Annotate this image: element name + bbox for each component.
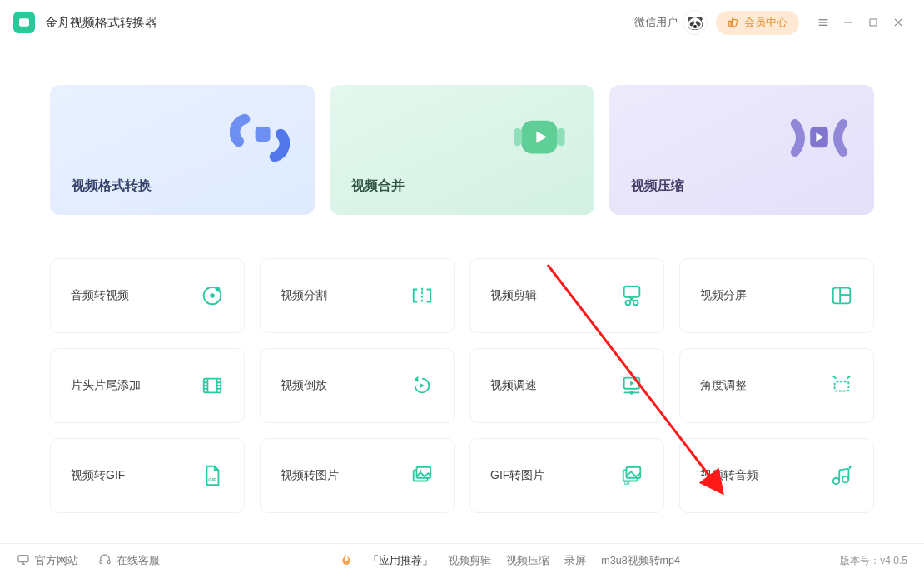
rewind-icon	[410, 374, 434, 397]
tool-label: 音频转视频	[71, 288, 129, 303]
compress-icon	[789, 112, 849, 163]
svg-rect-6	[870, 19, 877, 26]
tool-card-video-edit[interactable]: 视频剪辑	[469, 258, 664, 333]
app-title: 金舟视频格式转换器	[45, 15, 157, 31]
music-icon	[830, 464, 853, 487]
promo-item[interactable]: m3u8视频转mp4	[601, 554, 680, 568]
tool-label: 视频分屏	[700, 288, 747, 303]
tool-label: GIF转图片	[490, 468, 544, 483]
version-prefix: 版本号：	[840, 555, 880, 566]
user-label: 微信用户	[634, 16, 678, 30]
tool-card-video-to-gif[interactable]: 视频转GIF GIF	[50, 438, 245, 513]
gif-file-icon: GIF	[201, 464, 224, 487]
title-bar: 金舟视频格式转换器 微信用户 🐼 会员中心	[0, 0, 924, 45]
headset-icon	[98, 553, 112, 569]
disc-icon	[201, 284, 224, 307]
gif-to-image-icon: GIF	[620, 464, 643, 487]
monitor-icon	[17, 553, 30, 569]
tool-card-video-to-audio[interactable]: 视频转音频	[679, 438, 874, 513]
version-value: v4.0.5	[880, 555, 907, 566]
feature-card-video-compress[interactable]: 视频压缩	[609, 85, 874, 215]
merge-icon	[509, 112, 569, 163]
app-logo	[13, 12, 35, 33]
close-button[interactable]	[886, 10, 911, 35]
svg-rect-13	[558, 128, 565, 147]
feature-label: 视频格式转换	[72, 177, 152, 195]
minimize-button[interactable]	[836, 10, 861, 35]
grid-icon	[830, 284, 853, 307]
svg-rect-48	[626, 467, 640, 478]
fire-icon	[340, 553, 353, 569]
feature-label: 视频压缩	[631, 177, 684, 195]
svg-text:GIF: GIF	[208, 477, 216, 482]
convert-icon	[230, 112, 290, 163]
version-info: 版本号：v4.0.5	[840, 554, 907, 568]
images-icon	[410, 464, 434, 487]
tool-card-intro-outro[interactable]: 片头片尾添加	[50, 348, 245, 423]
feature-row: 视频格式转换 视频合并 视频压缩	[50, 85, 874, 215]
feature-label: 视频合并	[351, 177, 405, 195]
split-icon	[410, 284, 434, 307]
filmstrip-icon	[201, 374, 224, 397]
user-avatar-icon: 🐼	[683, 10, 708, 35]
svg-rect-42	[835, 381, 849, 391]
svg-rect-60	[100, 561, 102, 564]
tool-label: 片头片尾添加	[71, 378, 141, 393]
svg-rect-20	[624, 287, 640, 297]
svg-line-54	[839, 469, 848, 471]
promo-item[interactable]: 视频压缩	[506, 554, 549, 568]
tool-card-video-split[interactable]: 视频分割	[260, 258, 455, 333]
member-center-button[interactable]: 会员中心	[716, 11, 799, 35]
online-support-link[interactable]: 在线客服	[98, 553, 160, 569]
svg-point-51	[842, 476, 848, 482]
svg-point-18	[216, 287, 221, 292]
tool-label: 视频剪辑	[490, 288, 537, 303]
svg-text:GIF: GIF	[624, 481, 631, 486]
svg-point-41	[630, 391, 634, 395]
tool-label: 视频调速	[490, 378, 537, 393]
thumbs-up-icon	[728, 16, 739, 30]
promo-item[interactable]: 录屏	[564, 554, 586, 568]
tool-card-audio-to-video[interactable]: 音频转视频	[50, 258, 245, 333]
maximize-button[interactable]	[861, 10, 886, 35]
svg-rect-57	[18, 556, 28, 562]
tool-label: 角度调整	[700, 378, 747, 393]
tool-card-video-splitscreen[interactable]: 视频分屏	[679, 258, 874, 333]
rotate-icon	[830, 374, 853, 397]
bottom-promo: 「应用推荐」 视频剪辑 视频压缩 录屏 m3u8视频转mp4	[180, 553, 840, 569]
tool-card-video-reverse[interactable]: 视频倒放	[260, 348, 455, 423]
window-controls	[811, 10, 911, 35]
tool-card-video-speed[interactable]: 视频调速	[469, 348, 664, 423]
tool-label: 视频转GIF	[71, 468, 125, 483]
tool-label: 视频转音频	[700, 468, 758, 483]
menu-button[interactable]	[811, 10, 836, 35]
main-content: 视频格式转换 视频合并 视频压缩 音频转视频 视频分割	[0, 45, 924, 528]
svg-marker-1	[23, 22, 26, 24]
tool-grid: 音频转视频 视频分割 视频剪辑 视频分屏 片头片尾添加	[50, 258, 874, 513]
bottom-bar: 官方网站 在线客服 「应用推荐」 视频剪辑 视频压缩 录屏 m3u8视频转mp4…	[0, 543, 924, 578]
tool-label: 视频分割	[281, 288, 327, 303]
svg-rect-61	[107, 561, 110, 564]
feature-card-video-merge[interactable]: 视频合并	[330, 85, 594, 215]
promo-item[interactable]: 视频剪辑	[448, 554, 491, 568]
speed-icon	[620, 374, 643, 397]
svg-marker-39	[630, 381, 634, 386]
scissors-icon	[620, 284, 643, 307]
svg-point-17	[210, 293, 215, 298]
member-button-label: 会员中心	[744, 16, 787, 30]
svg-rect-12	[514, 128, 521, 147]
feature-card-video-format-convert[interactable]: 视频格式转换	[50, 85, 315, 215]
tool-card-video-to-image[interactable]: 视频转图片	[260, 438, 455, 513]
tool-card-angle-adjust[interactable]: 角度调整	[679, 348, 874, 423]
svg-point-50	[833, 478, 839, 484]
official-site-label: 官方网站	[35, 554, 78, 568]
user-chip[interactable]: 微信用户 🐼	[634, 10, 708, 35]
tool-card-gif-to-image[interactable]: GIF转图片 GIF	[469, 438, 664, 513]
online-support-label: 在线客服	[117, 554, 160, 568]
svg-marker-37	[420, 383, 425, 388]
svg-rect-9	[256, 127, 271, 142]
official-site-link[interactable]: 官方网站	[17, 553, 78, 569]
promo-title: 「应用推荐」	[368, 554, 433, 568]
tool-label: 视频转图片	[281, 468, 339, 483]
tool-label: 视频倒放	[281, 378, 327, 393]
